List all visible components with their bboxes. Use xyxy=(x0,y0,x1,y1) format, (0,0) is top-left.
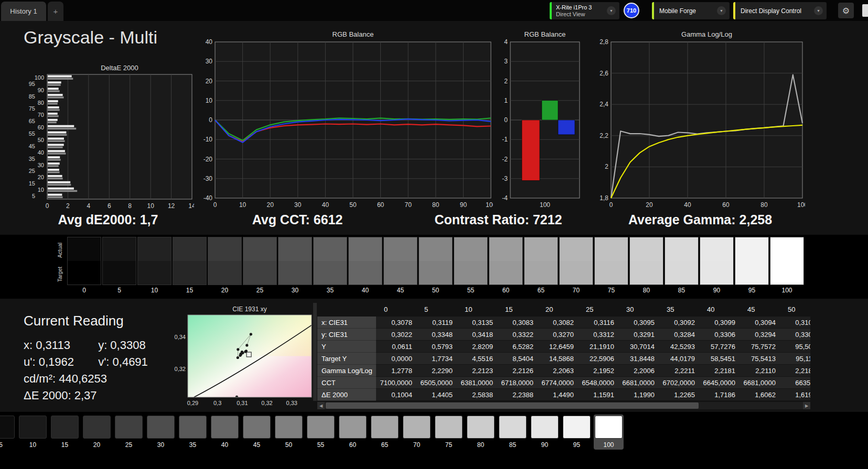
chevron-down-icon: ▼ xyxy=(717,6,726,15)
pattern-swatch xyxy=(563,416,591,439)
table-cell: 2,2126 xyxy=(497,365,538,377)
pattern-level-button-50[interactable]: 50 xyxy=(274,415,304,450)
plus-icon: + xyxy=(53,7,58,16)
svg-text:75: 75 xyxy=(29,105,35,112)
column-header-20: 20 xyxy=(538,303,578,317)
stat-contrast-ratio: Contrast Ratio: 7212 xyxy=(404,212,593,227)
gamma-plot-area: 2,82,62,42,221,8020406080100 xyxy=(595,39,805,214)
svg-text:25: 25 xyxy=(29,168,35,174)
scroll-right-arrow[interactable]: ▶ xyxy=(803,402,810,409)
deltae-plot-area: 0246810121410095908580757065605550454035… xyxy=(24,72,194,214)
scroll-track[interactable] xyxy=(325,402,803,409)
swatch-label: 25 xyxy=(243,287,277,294)
grayscale-swatch-90: 90 xyxy=(700,237,734,294)
pattern-level-button-65[interactable]: 65 xyxy=(370,415,400,450)
actual-half xyxy=(208,237,241,261)
svg-text:0: 0 xyxy=(504,116,508,124)
rgb-balance-bar-plot-area: 43210-1-2-3-4100 xyxy=(501,39,585,214)
pattern-level-button-45[interactable]: 45 xyxy=(242,415,272,450)
rgb-balance-line-title: RGB Balance xyxy=(215,30,491,38)
display-control-dropdown[interactable]: Direct Display Control ▼ xyxy=(733,2,827,19)
pattern-level-button-85[interactable]: 85 xyxy=(498,415,528,450)
pattern-label: 10 xyxy=(19,441,47,449)
table-cell: 0,3099 xyxy=(699,317,740,329)
swatch-color xyxy=(278,237,312,285)
pattern-level-button-95[interactable]: 95 xyxy=(562,415,592,450)
svg-text:20: 20 xyxy=(38,174,44,180)
reading-v: v': 0,4691 xyxy=(98,355,148,368)
grayscale-swatch-15: 15 xyxy=(173,237,207,294)
pattern-level-button-40[interactable]: 40 xyxy=(210,415,240,450)
grayscale-ramp-strip: Actual Target 05101520253035404550556065… xyxy=(0,235,868,299)
table-scrollbar[interactable]: ◀ ▶ xyxy=(317,402,810,409)
grayscale-swatch-55: 55 xyxy=(454,237,488,294)
pattern-level-button-10[interactable]: 10 xyxy=(18,415,48,450)
pattern-level-button-5[interactable]: 5 xyxy=(0,415,16,450)
table-cell: 4,5516 xyxy=(457,353,497,365)
svg-text:100: 100 xyxy=(797,201,805,209)
pattern-level-button-80[interactable]: 80 xyxy=(466,415,496,450)
table-cell: 0,3078 xyxy=(376,317,416,329)
table-cell: 0,3102 xyxy=(780,317,810,329)
svg-text:80: 80 xyxy=(38,100,44,106)
svg-text:0: 0 xyxy=(213,201,217,209)
table-cell: 0,3294 xyxy=(740,329,780,341)
scroll-thumb[interactable] xyxy=(326,402,699,409)
pattern-level-button-20[interactable]: 20 xyxy=(82,415,112,450)
row-label: Gamma Log/Log xyxy=(317,365,376,377)
pattern-level-button-100[interactable]: 100 xyxy=(594,415,624,450)
table-cell: 0,3116 xyxy=(578,317,618,329)
svg-text:-10: -10 xyxy=(203,136,213,143)
svg-text:14: 14 xyxy=(188,202,194,210)
tab-history-1[interactable]: History 1 xyxy=(1,2,46,21)
column-header-0: 0 xyxy=(376,303,416,317)
pattern-level-button-90[interactable]: 90 xyxy=(530,415,560,450)
swatch-label: 5 xyxy=(102,287,136,294)
swatch-label: 75 xyxy=(594,287,628,294)
swatch-label: 40 xyxy=(348,287,382,294)
pattern-level-buttons: 5101520253035404550556065707580859095100 xyxy=(0,415,624,450)
grayscale-swatch-5: 5 xyxy=(102,237,136,294)
pattern-level-button-15[interactable]: 15 xyxy=(50,415,80,450)
grayscale-swatch-80: 80 xyxy=(629,237,663,294)
pattern-swatch xyxy=(51,416,79,439)
table-left-gutter xyxy=(313,303,317,401)
table-cell: 2,2006 xyxy=(618,365,659,377)
partial-panel-icon[interactable] xyxy=(862,4,868,17)
svg-text:2,6: 2,6 xyxy=(599,70,608,77)
new-tab-button[interactable]: + xyxy=(48,2,63,21)
table-cell: 1,6062 xyxy=(740,389,780,401)
swatch-color xyxy=(489,237,523,285)
swatch-label: 70 xyxy=(559,287,593,294)
measurement-table: 05101520253035404550x: CIE310,30780,3119… xyxy=(317,303,810,401)
table-cell: 22,5906 xyxy=(578,353,618,365)
meter-dropdown[interactable]: X-Rite i1Pro 3 Direct View ▼ xyxy=(550,2,619,19)
measurement-count-badge[interactable]: 710 xyxy=(624,3,639,18)
swatch-color xyxy=(313,237,347,285)
svg-text:50: 50 xyxy=(38,137,44,143)
scroll-left-arrow[interactable]: ◀ xyxy=(317,402,325,409)
grayscale-swatch-10: 10 xyxy=(137,237,172,294)
meter-mode: Direct View xyxy=(556,11,592,18)
actual-half xyxy=(489,237,522,261)
reading-de2000: ΔE 2000: 2,37 xyxy=(24,389,97,402)
pattern-level-button-70[interactable]: 70 xyxy=(402,415,432,450)
pattern-level-button-35[interactable]: 35 xyxy=(178,415,208,450)
grayscale-swatch-95: 95 xyxy=(735,237,769,294)
pattern-label: 5 xyxy=(0,441,15,449)
pattern-level-button-55[interactable]: 55 xyxy=(306,415,336,450)
pattern-source-dropdown[interactable]: Mobile Forge ▼ xyxy=(652,2,730,19)
column-header-5: 5 xyxy=(416,303,457,317)
pattern-level-button-25[interactable]: 25 xyxy=(114,415,144,450)
actual-row-label: Actual xyxy=(57,238,63,262)
table-cell: 1,2778 xyxy=(376,365,416,377)
deltae-chart: DeltaE 2000 0246810121410095908580757065… xyxy=(24,64,194,214)
actual-half xyxy=(454,237,487,261)
pattern-level-button-60[interactable]: 60 xyxy=(338,415,368,450)
pattern-level-button-75[interactable]: 75 xyxy=(434,415,464,450)
swatch-color xyxy=(383,237,417,285)
svg-text:40: 40 xyxy=(206,39,213,46)
pattern-level-button-30[interactable]: 30 xyxy=(146,415,176,450)
grayscale-swatch-40: 40 xyxy=(348,237,382,294)
settings-button[interactable]: ⚙ xyxy=(838,3,854,18)
